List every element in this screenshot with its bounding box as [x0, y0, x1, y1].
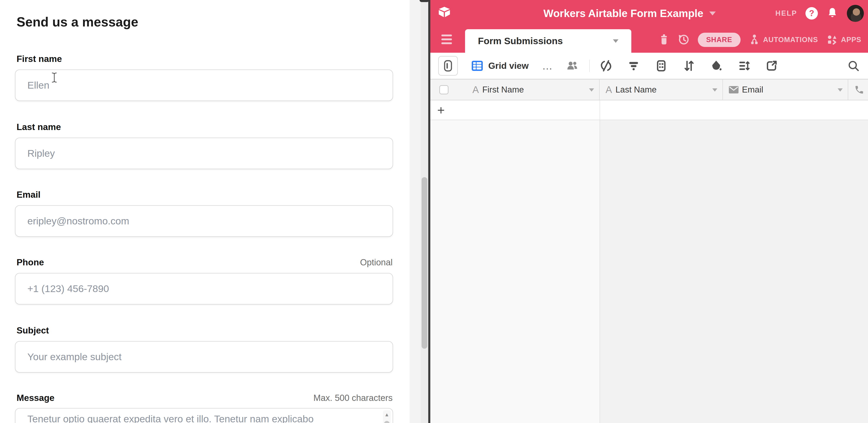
share-button[interactable]: SHARE [698, 33, 741, 47]
apps-button[interactable]: APPS [826, 34, 861, 46]
base-title[interactable]: Workers Airtable Form Example [544, 7, 703, 20]
grid-view-icon[interactable] [472, 61, 483, 71]
empty-scroll-section [600, 120, 868, 423]
field-first-name: First name [15, 53, 393, 101]
sort-icon[interactable] [683, 60, 695, 72]
window-divider [428, 0, 430, 423]
page-scrollbar[interactable] [421, 0, 428, 423]
view-sidebar-toggle-button[interactable] [438, 56, 458, 76]
share-view-icon[interactable] [766, 60, 778, 72]
phone-field[interactable] [15, 273, 393, 304]
help-question-icon[interactable]: ? [805, 7, 818, 20]
phone-optional-hint: Optional [360, 257, 393, 268]
collaborators-icon[interactable] [566, 60, 579, 72]
field-email: Email [15, 189, 393, 237]
apps-label: APPS [841, 36, 861, 44]
scroll-up-arrow-icon[interactable]: ▲ [383, 412, 391, 417]
grid-empty-area [430, 120, 868, 423]
field-message: Message Max. 500 characters Tenetur opti… [15, 392, 393, 423]
field-last-name: Last name [15, 122, 393, 169]
search-icon[interactable] [847, 60, 860, 73]
subject-label: Subject [17, 325, 393, 336]
field-phone: Phone Optional [15, 257, 393, 304]
textarea-scrollbar-thumb[interactable] [384, 421, 390, 423]
base-history-icon[interactable] [678, 33, 689, 46]
base-title-wrap[interactable]: Workers Airtable Form Example [430, 0, 829, 27]
color-icon[interactable] [710, 60, 723, 72]
contact-form-pane: Send us a message First name Last name E… [0, 0, 410, 423]
first-name-input[interactable] [15, 69, 393, 101]
column-name: Last Name [616, 85, 657, 95]
frozen-column-divider [599, 100, 600, 120]
tabbar-actions: SHARE AUTOMATIONS [659, 27, 861, 53]
email-label: Email [17, 189, 393, 200]
help-button[interactable]: HELP [775, 9, 797, 18]
column-header-first-name[interactable]: A First Name [430, 80, 599, 100]
subject-field[interactable] [15, 341, 393, 372]
column-dropdown-icon[interactable] [589, 88, 594, 92]
table-caret-icon[interactable] [613, 39, 618, 43]
tables-menu-icon[interactable] [441, 34, 452, 46]
view-name[interactable]: Grid view [488, 61, 529, 71]
email-field[interactable] [15, 205, 393, 237]
column-header-last-name[interactable]: A Last Name [599, 80, 723, 100]
automations-icon [749, 34, 760, 46]
group-icon[interactable] [655, 60, 668, 72]
textarea-scrollbar[interactable]: ▲ [383, 410, 391, 423]
screen: Send us a message First name Last name E… [0, 0, 868, 423]
column-header-email[interactable]: Email [723, 80, 848, 100]
field-subject: Subject [15, 325, 393, 372]
active-table-name: Form Submissions [478, 36, 613, 47]
automations-button[interactable]: AUTOMATIONS [749, 34, 818, 46]
view-toolbar: Grid view … [430, 53, 868, 79]
grid-header-row: A First Name A Last Name Email [430, 79, 868, 100]
text-field-type-icon: A [472, 84, 479, 95]
column-name: First Name [482, 85, 524, 95]
column-dropdown-icon[interactable] [838, 88, 843, 92]
page-scrollbar-thumb[interactable] [422, 177, 427, 349]
automations-label: AUTOMATIONS [763, 36, 818, 44]
text-field-type-icon: A [606, 84, 612, 95]
message-maxlength-hint: Max. 500 characters [313, 392, 393, 403]
airtable-topbar: Workers Airtable Form Example HELP ? [430, 0, 868, 27]
last-name-label: Last name [17, 122, 393, 132]
apps-icon [826, 34, 838, 46]
column-header-phone[interactable]: P [848, 80, 868, 100]
phone-field-type-icon [854, 85, 864, 95]
topbar-actions: HELP ? [775, 0, 864, 27]
page-gutter [410, 0, 421, 423]
base-title-caret-icon[interactable] [709, 11, 716, 16]
empty-frozen-section [430, 120, 599, 423]
first-name-label: First name [17, 53, 393, 64]
add-row-plus-icon[interactable]: + [437, 100, 445, 120]
notifications-bell-icon[interactable] [826, 7, 839, 20]
message-textarea[interactable]: Tenetur optio quaerat expedita vero et i… [15, 408, 393, 423]
divider-notch [420, 0, 429, 2]
column-dropdown-icon[interactable] [712, 88, 717, 92]
last-name-input[interactable] [15, 138, 393, 169]
user-avatar[interactable] [847, 5, 864, 22]
hide-fields-icon[interactable] [600, 60, 612, 72]
row-height-icon[interactable] [738, 60, 750, 72]
view-more-icon[interactable]: … [542, 63, 553, 68]
email-field-type-icon [729, 86, 739, 93]
table-tabbar: Form Submissions [430, 27, 868, 53]
add-row[interactable]: + [430, 100, 868, 120]
form-title: Send us a message [17, 14, 138, 29]
airtable-pane: Workers Airtable Form Example HELP ? [430, 0, 868, 423]
toolbar-divider [589, 60, 590, 72]
select-all-checkbox[interactable] [439, 85, 448, 94]
column-name: Email [742, 85, 763, 95]
tab-form-submissions[interactable]: Form Submissions [465, 29, 631, 53]
filter-icon[interactable] [627, 60, 640, 72]
phone-label: Phone [17, 257, 393, 268]
text-cursor-ibeam-icon [51, 72, 58, 84]
message-placeholder-text: Tenetur optio quaerat expedita vero et i… [27, 412, 370, 423]
trash-icon[interactable] [659, 33, 669, 46]
